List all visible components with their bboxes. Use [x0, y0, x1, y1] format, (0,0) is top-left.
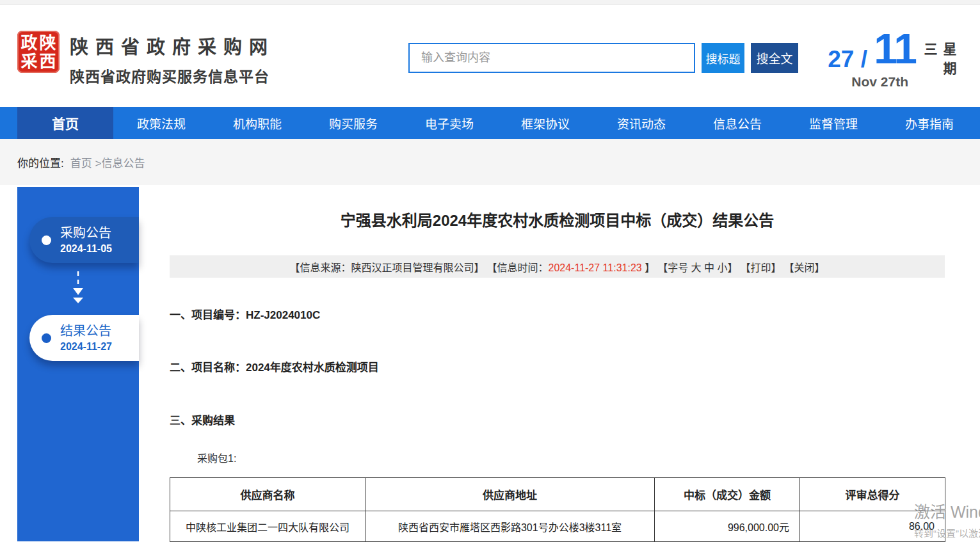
timeline-sidebar: 采购公告 2024-11-05 结果公告 2024-11-27: [17, 187, 139, 541]
site-logo[interactable]: 政 陕 采 西 陕西省政府采购网 陕西省政府购买服务信息平台: [17, 31, 275, 86]
breadcrumb-label: 你的位置:: [17, 154, 64, 170]
search-title-button[interactable]: 搜标题: [702, 43, 744, 73]
header-supplier-name: 供应商名称: [170, 478, 365, 511]
timeline-arrow-down-icon: [17, 270, 139, 306]
info-print-button[interactable]: 【打印】: [741, 259, 782, 275]
date-numbers: 27 / 11: [828, 24, 916, 73]
date-weekday: 星期三: [920, 42, 958, 99]
seal-char: 西: [38, 52, 57, 70]
step-date: 2024-11-05: [60, 243, 112, 255]
nav-item-e-market[interactable]: 电子卖场: [401, 107, 497, 139]
timeline-step-procurement-notice[interactable]: 采购公告 2024-11-05: [29, 217, 139, 263]
search-area: 搜标题 搜全文: [408, 43, 798, 73]
breadcrumb: 你的位置: 首页 >信息公告: [0, 139, 980, 185]
main-nav: 首页 政策法规 机构职能 购买服务 电子卖场 框架协议 资讯动态 信息公告 监督…: [0, 107, 980, 139]
cell-total-score: 86.00: [800, 511, 945, 542]
step-title: 采购公告: [60, 225, 112, 241]
site-titles: 陕西省政府采购网 陕西省政府购买服务信息平台: [70, 31, 275, 86]
logo-seal-icon: 政 陕 采 西: [17, 31, 60, 73]
package-label: 采购包1:: [197, 450, 945, 465]
result-table: 供应商名称 供应商地址 中标（成交）金额 评审总得分 中陕核工业集团二一四大队有…: [170, 477, 945, 542]
info-time-value: 2024-11-27 11:31:23: [549, 262, 642, 273]
content-area: 采购公告 2024-11-05 结果公告 2024-11-27: [0, 185, 980, 541]
article: 宁强县水利局2024年度农村水质检测项目中标（成交）结果公告 【信息来源：陕西汉…: [170, 185, 945, 542]
header-award-amount: 中标（成交）金额: [655, 478, 800, 511]
step-title: 结果公告: [60, 323, 112, 339]
nav-item-announcements[interactable]: 信息公告: [689, 107, 785, 139]
seal-char: 采: [20, 52, 38, 70]
seal-char: 陕: [38, 33, 57, 52]
header-total-score: 评审总得分: [800, 478, 945, 511]
date-day: 27: [828, 46, 854, 72]
cell-award-amount: 996,000.00元: [655, 511, 800, 542]
date-month: 11: [874, 25, 916, 72]
date-block: 27 / 11 Nov 27th 星期三: [838, 15, 966, 99]
seal-char: 政: [20, 33, 38, 52]
site-subtitle: 陕西省政府购买服务信息平台: [70, 65, 275, 86]
section-procurement-result: 三、采购结果: [170, 411, 945, 427]
search-fulltext-button[interactable]: 搜全文: [751, 43, 798, 73]
site-title: 陕西省政府采购网: [70, 32, 275, 59]
header-supplier-address: 供应商地址: [365, 478, 655, 511]
article-info-bar: 【信息来源：陕西汉正项目管理有限公司】【信息时间：2024-11-27 11:3…: [170, 255, 945, 278]
page: 政 陕 采 西 陕西省政府采购网 陕西省政府购买服务信息平台 搜标题 搜全文 2…: [0, 0, 980, 542]
step-dot-icon: [42, 235, 51, 245]
article-title: 宁强县水利局2024年度农村水质检测项目中标（成交）结果公告: [170, 208, 945, 230]
search-input[interactable]: [408, 43, 695, 73]
cell-supplier-name: 中陕核工业集团二一四大队有限公司: [170, 511, 365, 542]
timeline-step-result-notice[interactable]: 结果公告 2024-11-27: [29, 315, 139, 361]
section-project-name: 二、项目名称：2024年度农村水质检测项目: [170, 358, 945, 374]
table-row: 中陕核工业集团二一四大队有限公司 陕西省西安市雁塔区西影路301号办公楼3楼31…: [170, 511, 945, 542]
nav-item-supervision[interactable]: 监督管理: [785, 107, 881, 139]
nav-item-policy[interactable]: 政策法规: [113, 107, 209, 139]
info-font-size-control[interactable]: 【字号 大 中 小】: [657, 259, 737, 275]
section-project-number: 一、项目编号：HZ-J2024010C: [170, 306, 945, 322]
date-english: Nov 27th: [851, 74, 908, 90]
site-header: 政 陕 采 西 陕西省政府采购网 陕西省政府购买服务信息平台 搜标题 搜全文 2…: [0, 5, 980, 107]
nav-item-framework[interactable]: 框架协议: [497, 107, 593, 139]
cell-supplier-address: 陕西省西安市雁塔区西影路301号办公楼3楼311室: [365, 511, 655, 542]
nav-item-home[interactable]: 首页: [17, 107, 113, 139]
date-separator: /: [854, 46, 874, 72]
nav-item-functions[interactable]: 机构职能: [209, 107, 305, 139]
table-header-row: 供应商名称 供应商地址 中标（成交）金额 评审总得分: [170, 478, 945, 511]
nav-item-news[interactable]: 资讯动态: [593, 107, 689, 139]
info-time: 【信息时间：2024-11-27 11:31:23 】: [486, 259, 655, 275]
info-close-button[interactable]: 【关闭】: [784, 259, 825, 275]
step-dot-icon: [42, 333, 51, 343]
breadcrumb-path[interactable]: 首页 >信息公告: [70, 154, 145, 170]
top-strip: [0, 0, 980, 5]
info-source: 【信息来源：陕西汉正项目管理有限公司】: [289, 259, 484, 275]
nav-item-purchase-service[interactable]: 购买服务: [305, 107, 401, 139]
step-date: 2024-11-27: [60, 341, 112, 353]
nav-item-guide[interactable]: 办事指南: [881, 107, 977, 139]
